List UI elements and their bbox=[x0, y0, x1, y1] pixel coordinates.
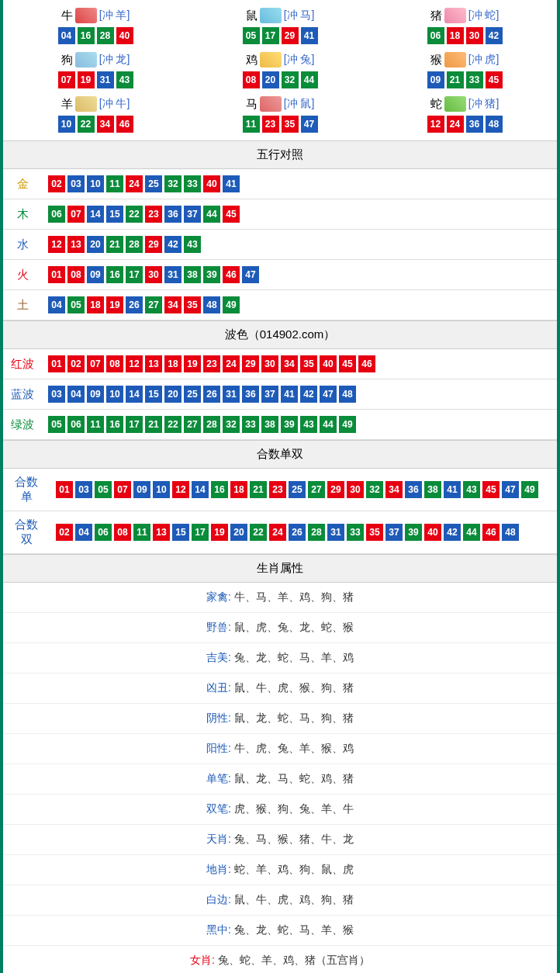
ball: 11 bbox=[87, 416, 104, 433]
ball: 11 bbox=[133, 524, 150, 541]
attr-label: 地肖: bbox=[206, 863, 234, 875]
attr-row: 女肖: 兔、蛇、羊、鸡、猪（五宫肖） bbox=[3, 946, 557, 973]
ball-row: 09213345 bbox=[376, 71, 553, 88]
ball: 48 bbox=[502, 524, 519, 541]
table-row: 水1213202128294243 bbox=[3, 230, 557, 260]
attr-label: 吉美: bbox=[206, 651, 234, 663]
zodiac-cell: 猴[冲 虎]09213345 bbox=[372, 48, 557, 92]
zodiac-cell: 羊[冲 牛]10223446 bbox=[3, 92, 188, 137]
ball: 43 bbox=[184, 236, 201, 253]
table-row: 火0108091617303138394647 bbox=[3, 260, 557, 290]
ball: 42 bbox=[300, 386, 317, 403]
ball: 11 bbox=[243, 116, 260, 133]
ball: 23 bbox=[262, 116, 279, 133]
ball: 18 bbox=[447, 27, 464, 44]
zodiac-title: 猪[冲 蛇] bbox=[376, 8, 553, 23]
row-label: 合数双 bbox=[3, 511, 50, 554]
ball: 49 bbox=[521, 481, 538, 498]
attr-row: 阳性: 牛、虎、兔、羊、猴、鸡 bbox=[3, 734, 557, 764]
row-balls: 02031011242532334041 bbox=[42, 169, 557, 199]
ball: 18 bbox=[87, 296, 104, 313]
zodiac-title: 羊[冲 牛] bbox=[7, 96, 184, 112]
ball: 06 bbox=[67, 416, 85, 433]
ball: 39 bbox=[405, 524, 422, 541]
zodiac-icon bbox=[75, 8, 97, 23]
ball: 03 bbox=[75, 481, 92, 498]
ball: 17 bbox=[262, 27, 279, 44]
header-wuxing: 五行对照 bbox=[3, 140, 557, 169]
ball: 14 bbox=[126, 386, 143, 403]
ball: 07 bbox=[67, 206, 85, 223]
attr-value: 牛、马、羊、鸡、狗、猪 bbox=[234, 590, 354, 603]
zodiac-icon bbox=[75, 52, 97, 68]
ball: 35 bbox=[184, 296, 201, 313]
ball: 07 bbox=[58, 71, 75, 88]
attr-row: 双笔: 虎、猴、狗、兔、羊、牛 bbox=[3, 795, 557, 825]
ball: 43 bbox=[463, 481, 480, 498]
ball: 24 bbox=[223, 355, 240, 372]
row-label: 红波 bbox=[3, 349, 42, 379]
ball: 47 bbox=[502, 481, 519, 498]
ball: 46 bbox=[116, 116, 133, 133]
ball: 07 bbox=[87, 355, 104, 372]
ball: 08 bbox=[243, 71, 260, 88]
row-label: 合数单 bbox=[3, 469, 50, 511]
ball: 08 bbox=[106, 355, 123, 372]
attr-label: 阳性: bbox=[206, 742, 234, 754]
ball: 36 bbox=[405, 481, 422, 498]
table-row: 红波0102070812131819232429303435404546 bbox=[3, 349, 557, 379]
ball: 07 bbox=[114, 481, 131, 498]
attr-row: 地肖: 蛇、羊、鸡、狗、鼠、虎 bbox=[3, 855, 557, 885]
ball: 48 bbox=[203, 296, 220, 313]
ball: 23 bbox=[269, 481, 286, 498]
zodiac-icon bbox=[75, 96, 97, 112]
zodiac-clash: [冲 虎] bbox=[468, 53, 500, 67]
zodiac-icon bbox=[260, 96, 282, 112]
ball: 37 bbox=[261, 386, 278, 403]
table-row: 土04051819262734354849 bbox=[3, 290, 557, 320]
ball: 20 bbox=[230, 524, 247, 541]
table-row: 蓝波03040910141520252631363741424748 bbox=[3, 379, 557, 410]
zodiac-cell: 鸡[冲 兔]08203244 bbox=[188, 48, 372, 92]
row-balls: 06071415222336374445 bbox=[42, 199, 557, 230]
zodiac-name: 蛇 bbox=[430, 97, 442, 112]
ball: 15 bbox=[106, 206, 123, 223]
ball: 45 bbox=[482, 481, 500, 498]
ball: 13 bbox=[153, 524, 170, 541]
ball: 41 bbox=[281, 386, 298, 403]
zodiac-cell: 马[冲 鼠]11233547 bbox=[188, 92, 372, 137]
row-label: 蓝波 bbox=[3, 379, 42, 410]
attr-label: 双笔: bbox=[206, 802, 234, 815]
ball: 32 bbox=[282, 71, 299, 88]
ball: 48 bbox=[486, 116, 503, 133]
ball: 22 bbox=[250, 524, 267, 541]
ball: 39 bbox=[203, 266, 220, 283]
ball: 32 bbox=[223, 416, 240, 433]
ball: 04 bbox=[48, 296, 65, 313]
zodiac-icon bbox=[444, 8, 466, 23]
ball: 31 bbox=[97, 71, 114, 88]
row-balls: 0204060811131517192022242628313335373940… bbox=[50, 511, 557, 554]
ball: 28 bbox=[126, 236, 143, 253]
ball: 03 bbox=[48, 386, 65, 403]
ball: 49 bbox=[339, 416, 356, 433]
ball: 09 bbox=[87, 386, 104, 403]
attr-row: 阴性: 鼠、龙、蛇、马、狗、猪 bbox=[3, 704, 557, 734]
ball: 17 bbox=[126, 416, 143, 433]
ball: 30 bbox=[145, 266, 162, 283]
ball-row: 08203244 bbox=[192, 71, 368, 88]
ball: 30 bbox=[466, 27, 483, 44]
ball: 31 bbox=[164, 266, 181, 283]
ball: 45 bbox=[339, 355, 356, 372]
header-bose: 波色（014902.com） bbox=[3, 320, 557, 349]
ball: 20 bbox=[87, 236, 104, 253]
attr-label: 单笔: bbox=[206, 772, 234, 784]
ball: 05 bbox=[48, 416, 65, 433]
attr-value: 兔、龙、蛇、马、羊、鸡 bbox=[234, 651, 354, 663]
row-label: 水 bbox=[3, 230, 42, 260]
ball: 02 bbox=[48, 175, 65, 192]
ball: 38 bbox=[424, 481, 441, 498]
ball: 21 bbox=[145, 416, 162, 433]
ball: 35 bbox=[300, 355, 317, 372]
ball: 29 bbox=[242, 355, 259, 372]
